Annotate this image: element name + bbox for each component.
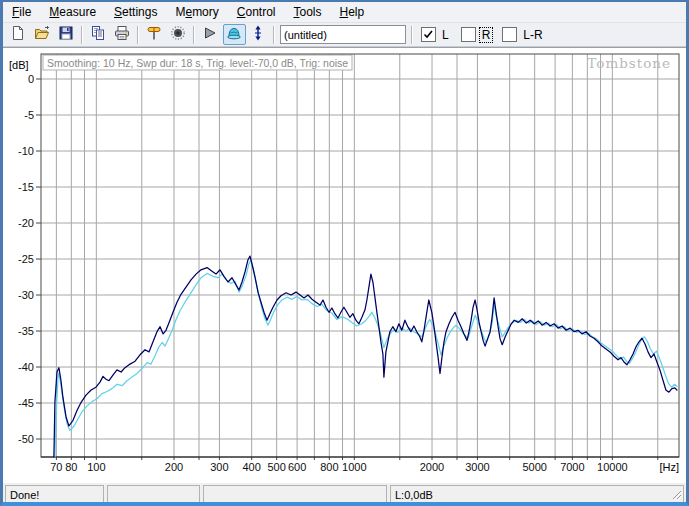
toolbar-separator: [137, 26, 139, 44]
toolbar-separator: [411, 26, 413, 44]
y-tick-label: -40: [18, 361, 34, 373]
menu-item-control[interactable]: Control: [229, 3, 284, 21]
vertical-cursor-button[interactable]: [247, 24, 270, 45]
channel-r-checkbox[interactable]: R: [461, 27, 493, 42]
trace-dark-blue: [54, 256, 677, 457]
menu-bar: FileMeasureSettingsMemoryControlToolsHel…: [3, 2, 686, 23]
save-button[interactable]: [55, 24, 78, 45]
toolbar-separator: [273, 26, 275, 44]
plot-grid: 0-5-10-15-20-25-30-35-40-45-507080100200…: [18, 54, 679, 473]
vertical-cursor-icon: [250, 25, 266, 44]
y-tick-label: 0: [28, 73, 34, 85]
x-tick-label: 300: [210, 461, 228, 473]
menu-item-settings[interactable]: Settings: [106, 3, 165, 21]
y-tick-label: -15: [18, 181, 34, 193]
menu-item-tools[interactable]: Tools: [286, 3, 330, 21]
tombstone-hat-icon: [226, 25, 242, 44]
checkbox-checked-icon[interactable]: [421, 27, 436, 42]
x-tick-label: 200: [165, 461, 183, 473]
status-panel-2: [107, 485, 200, 504]
y-tick-label: -20: [18, 217, 34, 229]
x-tick-label: 2000: [420, 461, 444, 473]
new-document-button[interactable]: [7, 24, 30, 45]
x-tick-label: 3000: [465, 461, 489, 473]
level-readout-panel: L:0,0dB: [390, 485, 684, 504]
y-tick-label: -50: [18, 433, 34, 445]
watermark-text: Tombstone: [587, 55, 671, 71]
checkbox-unchecked-icon[interactable]: [502, 27, 517, 42]
x-tick-label: 600: [288, 461, 306, 473]
channel-r-label[interactable]: R: [480, 28, 493, 42]
x-tick-label: 80: [65, 461, 77, 473]
y-tick-label: -30: [18, 289, 34, 301]
level-readout: L:0,0dB: [395, 489, 433, 501]
open-file-button[interactable]: [31, 24, 54, 45]
channel-checkboxes: L R L-R: [421, 27, 551, 42]
y-tick-label: -45: [18, 397, 34, 409]
copy-button[interactable]: [87, 24, 110, 45]
menu-item-measure[interactable]: Measure: [41, 3, 104, 21]
print-icon: [114, 25, 130, 44]
copy-icon: [90, 25, 106, 44]
x-axis-unit-label: [Hz]: [659, 461, 679, 473]
open-folder-icon: [34, 25, 50, 44]
toolbar: L R L-R: [3, 23, 686, 47]
y-tick-label: -25: [18, 253, 34, 265]
x-tick-label: 5000: [522, 461, 546, 473]
sweep-generator-button[interactable]: [143, 24, 166, 45]
x-tick-label: 70: [50, 461, 62, 473]
x-tick-label: 500: [267, 461, 285, 473]
x-tick-label: 7000: [560, 461, 584, 473]
frequency-response-chart[interactable]: 0-5-10-15-20-25-30-35-40-45-507080100200…: [3, 48, 686, 482]
app-window: FileMeasureSettingsMemoryControlToolsHel…: [0, 0, 689, 506]
x-tick-label: 1000: [342, 461, 366, 473]
y-tick-label: -35: [18, 325, 34, 337]
y-axis-unit-label: [dB]: [9, 59, 29, 71]
sweep-generator-icon: [146, 25, 162, 44]
resize-grip[interactable]: [669, 487, 683, 503]
filename-input[interactable]: [280, 25, 406, 44]
new-document-icon: [10, 25, 26, 44]
plot-frame: [41, 54, 679, 457]
status-message-panel: Done!: [5, 485, 104, 504]
measurement-info-text: Smoothing: 10 Hz, Swp dur: 18 s, Trig. l…: [47, 57, 348, 69]
status-bar: Done! L:0,0dB: [3, 483, 686, 505]
play-icon: [202, 25, 218, 44]
tombstone-hat-button[interactable]: [223, 24, 246, 45]
x-tick-label: 10000: [597, 461, 628, 473]
y-tick-label: -5: [24, 109, 34, 121]
status-panel-3: [203, 485, 387, 504]
status-message: Done!: [10, 489, 39, 501]
print-button[interactable]: [111, 24, 134, 45]
y-tick-label: -10: [18, 145, 34, 157]
menu-item-memory[interactable]: Memory: [167, 3, 226, 21]
save-floppy-icon: [58, 25, 74, 44]
x-tick-label: 100: [87, 461, 105, 473]
channel-l-checkbox[interactable]: L: [421, 27, 451, 42]
record-target-icon: [170, 25, 186, 44]
chart-panel: 0-5-10-15-20-25-30-35-40-45-507080100200…: [3, 47, 686, 483]
play-button[interactable]: [199, 24, 222, 45]
x-tick-label: 400: [242, 461, 260, 473]
record-target-button[interactable]: [167, 24, 190, 45]
menu-item-help[interactable]: Help: [332, 3, 373, 21]
x-tick-label: 800: [320, 461, 338, 473]
menu-item-file[interactable]: File: [4, 3, 39, 21]
channel-lr-label[interactable]: L-R: [521, 28, 544, 42]
toolbar-separator: [193, 26, 195, 44]
checkbox-unchecked-icon[interactable]: [461, 27, 476, 42]
channel-lr-checkbox[interactable]: L-R: [502, 27, 544, 42]
toolbar-separator: [81, 26, 83, 44]
trace-cyan: [55, 260, 677, 457]
channel-l-label[interactable]: L: [440, 28, 451, 42]
